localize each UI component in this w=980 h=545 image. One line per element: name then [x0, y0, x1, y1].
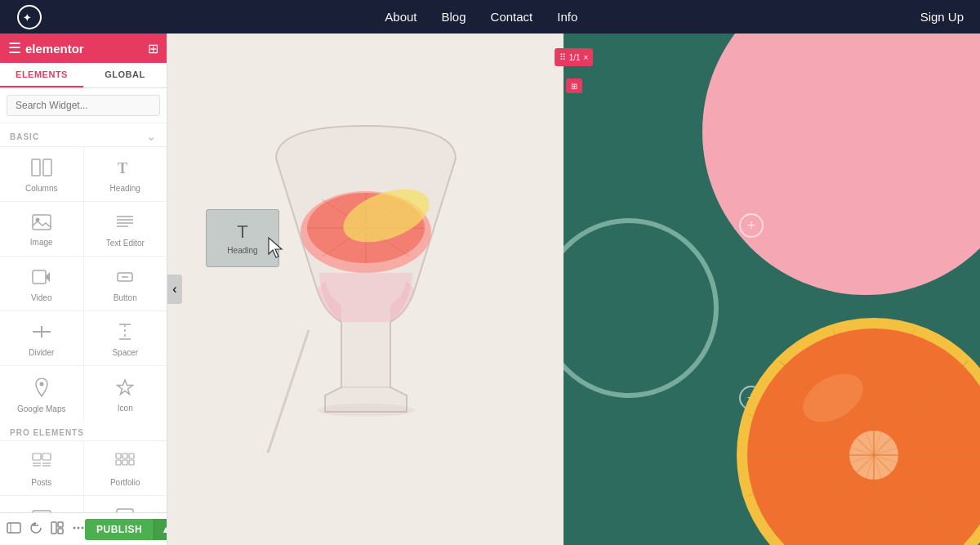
- columns-label: Columns: [25, 184, 57, 193]
- publish-arrow-button[interactable]: ▲: [154, 519, 167, 540]
- canvas-right: + +: [564, 34, 980, 545]
- text-editor-label: Text Editor: [106, 239, 145, 248]
- heading-label: Heading: [110, 184, 140, 193]
- widget-portfolio[interactable]: Portfolio: [84, 441, 167, 495]
- spacer-label: Spacer: [112, 348, 138, 357]
- bottom-bar: PUBLISH ▲: [0, 512, 167, 545]
- portfolio-icon: [115, 453, 135, 474]
- svg-rect-45: [7, 523, 20, 533]
- nav-contact[interactable]: Contact: [491, 10, 533, 24]
- navigator-icon[interactable]: [51, 521, 64, 538]
- svg-rect-30: [129, 453, 134, 458]
- hamburger-icon[interactable]: ☰: [8, 39, 21, 57]
- widget-text-editor[interactable]: Text Editor: [84, 202, 167, 256]
- svg-rect-3: [43, 159, 51, 176]
- cocktail-background: [167, 34, 564, 545]
- publish-button[interactable]: PUBLISH: [85, 519, 154, 540]
- widget-image[interactable]: Image: [0, 202, 83, 256]
- collapse-arrow-icon: ‹: [172, 282, 176, 297]
- svg-marker-21: [118, 380, 133, 395]
- image-icon: [32, 214, 51, 234]
- heading-widget-label: Heading: [227, 246, 257, 255]
- image-label: Image: [30, 238, 53, 247]
- main-layout: ☰ elementor ⊞ ELEMENTS GLOBAL BASIC ⌄: [0, 34, 980, 545]
- posts-icon: [32, 453, 51, 474]
- tab-elements[interactable]: ELEMENTS: [0, 63, 83, 87]
- widget-form[interactable]: Form: [84, 496, 167, 512]
- spacer-icon: [116, 323, 134, 344]
- widget-columns[interactable]: Columns: [0, 147, 83, 201]
- grapefruit-svg: [735, 316, 980, 545]
- svg-rect-5: [33, 215, 51, 230]
- svg-rect-49: [58, 529, 63, 534]
- svg-rect-31: [116, 460, 121, 465]
- basic-widgets-grid: Columns T Heading Image: [0, 146, 167, 422]
- button-label: Button: [114, 293, 137, 302]
- grid-icon[interactable]: ⊞: [148, 41, 158, 56]
- teal-arc-decoration: [564, 218, 719, 398]
- svg-rect-11: [33, 270, 46, 284]
- posts-label: Posts: [31, 478, 51, 487]
- widget-spacer[interactable]: Spacer: [84, 311, 167, 365]
- widget-google-maps[interactable]: Google Maps: [0, 366, 83, 422]
- nav-about[interactable]: About: [385, 10, 416, 24]
- widget-divider[interactable]: Divider: [0, 311, 83, 365]
- widget-posts[interactable]: Posts: [0, 441, 83, 495]
- svg-rect-33: [129, 460, 134, 465]
- nav-right: Sign Up: [920, 10, 964, 24]
- column-handle-icon: ⊞: [571, 82, 577, 91]
- pro-section-label: PRO ELEMENTS: [10, 428, 84, 437]
- add-section-center-button[interactable]: +: [739, 213, 764, 238]
- search-input[interactable]: [7, 95, 160, 116]
- panel-search: [0, 88, 167, 123]
- collapse-panel-button[interactable]: ‹: [167, 275, 182, 304]
- heading-icon: T: [116, 159, 134, 180]
- more-options-icon[interactable]: [72, 521, 85, 538]
- nav-blog[interactable]: Blog: [442, 10, 466, 24]
- heading-drag-widget[interactable]: T Heading: [206, 209, 279, 267]
- signup-link[interactable]: Sign Up: [920, 10, 964, 24]
- responsive-icon[interactable]: [7, 522, 21, 537]
- text-editor-icon: [115, 213, 135, 235]
- history-icon[interactable]: [29, 521, 42, 538]
- svg-point-51: [78, 526, 80, 529]
- widget-slides[interactable]: Slides: [0, 496, 83, 512]
- column-grip-icon: ⠿: [559, 52, 566, 63]
- pink-circle-decoration: [702, 34, 980, 295]
- heading-widget-icon: T: [237, 221, 247, 243]
- logo-icon: ✦: [16, 4, 42, 30]
- svg-rect-29: [122, 453, 127, 458]
- logo-area: ✦: [16, 4, 42, 30]
- bottom-icons: [7, 521, 85, 538]
- svg-rect-32: [122, 460, 127, 465]
- widget-heading[interactable]: T Heading: [84, 147, 167, 201]
- column-toolbar-pill: ⠿ 1/1 ×: [555, 48, 594, 66]
- portfolio-label: Portfolio: [110, 478, 140, 487]
- svg-text:T: T: [118, 160, 127, 176]
- divider-label: Divider: [29, 348, 54, 357]
- column-handle[interactable]: ⊞: [566, 78, 582, 93]
- canvas-area: ‹ ⠿ 1/1 × ⊞: [167, 34, 980, 545]
- button-icon: [115, 268, 135, 289]
- widget-button[interactable]: Button: [84, 257, 167, 310]
- elementor-wordmark: elementor: [25, 42, 84, 56]
- elementor-logo-area: ☰ elementor: [8, 39, 84, 57]
- svg-rect-2: [32, 159, 40, 176]
- column-toolbar-close[interactable]: ×: [584, 53, 589, 62]
- svg-rect-23: [42, 453, 51, 460]
- widget-icon[interactable]: Icon: [84, 366, 167, 422]
- top-navigation: ✦ About Blog Contact Info Sign Up: [0, 0, 980, 34]
- basic-chevron-icon[interactable]: ⌄: [146, 130, 157, 143]
- icon-widget-icon: [116, 378, 134, 400]
- pro-section-header: PRO ELEMENTS: [0, 422, 167, 440]
- nav-info[interactable]: Info: [557, 10, 577, 24]
- grapefruit-decoration: [735, 316, 980, 545]
- svg-rect-48: [58, 522, 63, 527]
- svg-text:✦: ✦: [23, 12, 31, 24]
- svg-rect-28: [116, 453, 121, 458]
- widget-video[interactable]: Video: [0, 257, 83, 310]
- google-maps-label: Google Maps: [17, 404, 65, 413]
- tab-global[interactable]: GLOBAL: [83, 63, 167, 87]
- canvas-left: T Heading: [167, 34, 564, 545]
- left-panel: ☰ elementor ⊞ ELEMENTS GLOBAL BASIC ⌄: [0, 34, 167, 545]
